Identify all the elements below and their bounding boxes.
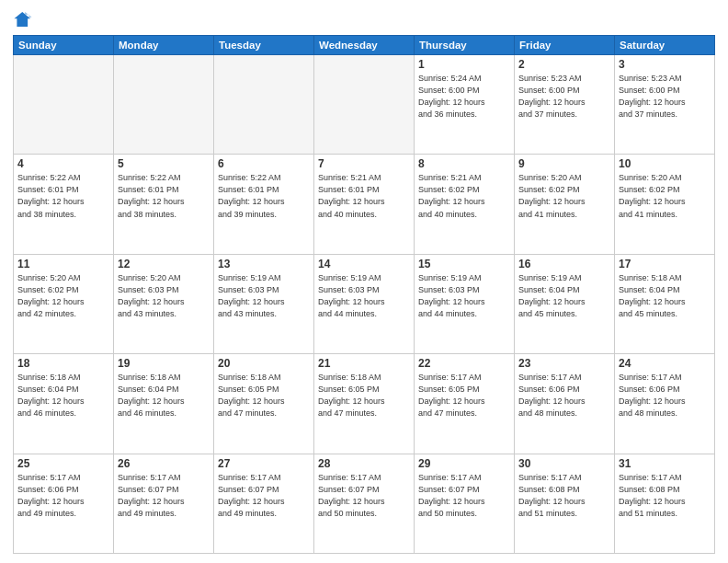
day-number: 26 — [118, 457, 210, 470]
calendar-cell: 21Sunrise: 5:18 AM Sunset: 6:05 PM Dayli… — [314, 354, 415, 454]
page: SundayMondayTuesdayWednesdayThursdayFrid… — [0, 0, 728, 563]
day-info: Sunrise: 5:17 AM Sunset: 6:07 PM Dayligh… — [118, 472, 210, 520]
day-info: Sunrise: 5:21 AM Sunset: 6:01 PM Dayligh… — [318, 172, 410, 220]
weekday-header-wednesday: Wednesday — [314, 36, 415, 55]
calendar-table: SundayMondayTuesdayWednesdayThursdayFrid… — [13, 35, 715, 554]
day-number: 4 — [17, 157, 109, 170]
calendar-cell: 9Sunrise: 5:20 AM Sunset: 6:02 PM Daylig… — [515, 155, 615, 254]
day-number: 7 — [318, 157, 410, 170]
day-info: Sunrise: 5:17 AM Sunset: 6:06 PM Dayligh… — [518, 372, 610, 419]
day-number: 10 — [619, 157, 711, 170]
day-number: 6 — [218, 157, 310, 170]
day-info: Sunrise: 5:18 AM Sunset: 6:05 PM Dayligh… — [218, 372, 310, 419]
calendar-cell — [114, 55, 214, 155]
day-number: 14 — [318, 258, 410, 270]
day-number: 2 — [518, 58, 610, 71]
day-number: 18 — [17, 357, 109, 370]
day-info: Sunrise: 5:21 AM Sunset: 6:02 PM Dayligh… — [418, 172, 510, 220]
calendar-cell: 2Sunrise: 5:23 AM Sunset: 6:00 PM Daylig… — [515, 55, 615, 155]
day-number: 24 — [619, 357, 711, 370]
weekday-header-row: SundayMondayTuesdayWednesdayThursdayFrid… — [14, 36, 715, 55]
day-info: Sunrise: 5:19 AM Sunset: 6:03 PM Dayligh… — [218, 272, 310, 320]
day-info: Sunrise: 5:17 AM Sunset: 6:08 PM Dayligh… — [518, 472, 610, 520]
day-info: Sunrise: 5:24 AM Sunset: 6:00 PM Dayligh… — [418, 73, 510, 121]
day-info: Sunrise: 5:17 AM Sunset: 6:07 PM Dayligh… — [318, 472, 410, 520]
day-number: 29 — [418, 457, 510, 470]
svg-marker-0 — [14, 12, 30, 27]
day-info: Sunrise: 5:17 AM Sunset: 6:07 PM Dayligh… — [218, 472, 310, 520]
day-info: Sunrise: 5:22 AM Sunset: 6:01 PM Dayligh… — [118, 172, 210, 220]
day-info: Sunrise: 5:18 AM Sunset: 6:04 PM Dayligh… — [17, 372, 109, 419]
calendar-cell: 7Sunrise: 5:21 AM Sunset: 6:01 PM Daylig… — [314, 155, 415, 254]
calendar-cell: 25Sunrise: 5:17 AM Sunset: 6:06 PM Dayli… — [14, 454, 114, 553]
calendar-cell: 29Sunrise: 5:17 AM Sunset: 6:07 PM Dayli… — [415, 454, 515, 553]
weekday-header-friday: Friday — [515, 36, 615, 55]
calendar-cell: 14Sunrise: 5:19 AM Sunset: 6:03 PM Dayli… — [314, 254, 415, 353]
calendar-week-5: 25Sunrise: 5:17 AM Sunset: 6:06 PM Dayli… — [14, 454, 715, 553]
calendar-cell — [214, 55, 314, 155]
calendar-cell: 16Sunrise: 5:19 AM Sunset: 6:04 PM Dayli… — [515, 254, 615, 353]
day-number: 12 — [118, 258, 210, 270]
weekday-header-monday: Monday — [114, 36, 214, 55]
day-number: 5 — [118, 157, 210, 170]
calendar-cell: 24Sunrise: 5:17 AM Sunset: 6:06 PM Dayli… — [615, 354, 715, 454]
calendar-cell: 5Sunrise: 5:22 AM Sunset: 6:01 PM Daylig… — [114, 155, 214, 254]
day-info: Sunrise: 5:20 AM Sunset: 6:02 PM Dayligh… — [619, 172, 711, 220]
day-info: Sunrise: 5:17 AM Sunset: 6:05 PM Dayligh… — [418, 372, 510, 419]
day-number: 1 — [418, 58, 510, 71]
calendar-cell: 17Sunrise: 5:18 AM Sunset: 6:04 PM Dayli… — [615, 254, 715, 353]
day-number: 16 — [518, 258, 610, 270]
day-info: Sunrise: 5:17 AM Sunset: 6:06 PM Dayligh… — [619, 372, 711, 419]
calendar-week-4: 18Sunrise: 5:18 AM Sunset: 6:04 PM Dayli… — [14, 354, 715, 454]
day-number: 11 — [17, 258, 109, 270]
calendar-cell — [14, 55, 114, 155]
day-info: Sunrise: 5:19 AM Sunset: 6:03 PM Dayligh… — [318, 272, 410, 320]
weekday-header-thursday: Thursday — [415, 36, 515, 55]
calendar-cell: 3Sunrise: 5:23 AM Sunset: 6:00 PM Daylig… — [615, 55, 715, 155]
day-number: 23 — [518, 357, 610, 370]
calendar-cell: 1Sunrise: 5:24 AM Sunset: 6:00 PM Daylig… — [415, 55, 515, 155]
weekday-header-sunday: Sunday — [14, 36, 114, 55]
day-info: Sunrise: 5:17 AM Sunset: 6:08 PM Dayligh… — [619, 472, 711, 520]
calendar-cell: 28Sunrise: 5:17 AM Sunset: 6:07 PM Dayli… — [314, 454, 415, 553]
calendar-cell: 20Sunrise: 5:18 AM Sunset: 6:05 PM Dayli… — [214, 354, 314, 454]
calendar-cell: 30Sunrise: 5:17 AM Sunset: 6:08 PM Dayli… — [515, 454, 615, 553]
calendar-cell: 15Sunrise: 5:19 AM Sunset: 6:03 PM Dayli… — [415, 254, 515, 353]
day-number: 9 — [518, 157, 610, 170]
day-info: Sunrise: 5:23 AM Sunset: 6:00 PM Dayligh… — [518, 73, 610, 121]
weekday-header-saturday: Saturday — [615, 36, 715, 55]
day-info: Sunrise: 5:17 AM Sunset: 6:07 PM Dayligh… — [418, 472, 510, 520]
day-number: 28 — [318, 457, 410, 470]
day-info: Sunrise: 5:20 AM Sunset: 6:02 PM Dayligh… — [17, 272, 109, 320]
calendar-cell — [314, 55, 415, 155]
day-info: Sunrise: 5:17 AM Sunset: 6:06 PM Dayligh… — [17, 472, 109, 520]
calendar-week-2: 4Sunrise: 5:22 AM Sunset: 6:01 PM Daylig… — [14, 155, 715, 254]
day-number: 25 — [17, 457, 109, 470]
day-number: 13 — [218, 258, 310, 270]
calendar-cell: 26Sunrise: 5:17 AM Sunset: 6:07 PM Dayli… — [114, 454, 214, 553]
calendar-cell: 13Sunrise: 5:19 AM Sunset: 6:03 PM Dayli… — [214, 254, 314, 353]
calendar-cell: 4Sunrise: 5:22 AM Sunset: 6:01 PM Daylig… — [14, 155, 114, 254]
day-number: 20 — [218, 357, 310, 370]
calendar-week-1: 1Sunrise: 5:24 AM Sunset: 6:00 PM Daylig… — [14, 55, 715, 155]
calendar-cell: 12Sunrise: 5:20 AM Sunset: 6:03 PM Dayli… — [114, 254, 214, 353]
day-info: Sunrise: 5:19 AM Sunset: 6:03 PM Dayligh… — [418, 272, 510, 320]
header — [13, 9, 715, 29]
day-number: 27 — [218, 457, 310, 470]
day-number: 30 — [518, 457, 610, 470]
weekday-header-tuesday: Tuesday — [214, 36, 314, 55]
day-number: 8 — [418, 157, 510, 170]
day-info: Sunrise: 5:22 AM Sunset: 6:01 PM Dayligh… — [17, 172, 109, 220]
day-number: 19 — [118, 357, 210, 370]
logo — [13, 9, 37, 29]
day-number: 31 — [619, 457, 711, 470]
day-number: 21 — [318, 357, 410, 370]
calendar-week-3: 11Sunrise: 5:20 AM Sunset: 6:02 PM Dayli… — [14, 254, 715, 353]
day-info: Sunrise: 5:19 AM Sunset: 6:04 PM Dayligh… — [518, 272, 610, 320]
logo-icon — [13, 9, 33, 29]
calendar-cell: 22Sunrise: 5:17 AM Sunset: 6:05 PM Dayli… — [415, 354, 515, 454]
calendar-cell: 11Sunrise: 5:20 AM Sunset: 6:02 PM Dayli… — [14, 254, 114, 353]
day-number: 17 — [619, 258, 711, 270]
day-number: 15 — [418, 258, 510, 270]
calendar-cell: 6Sunrise: 5:22 AM Sunset: 6:01 PM Daylig… — [214, 155, 314, 254]
